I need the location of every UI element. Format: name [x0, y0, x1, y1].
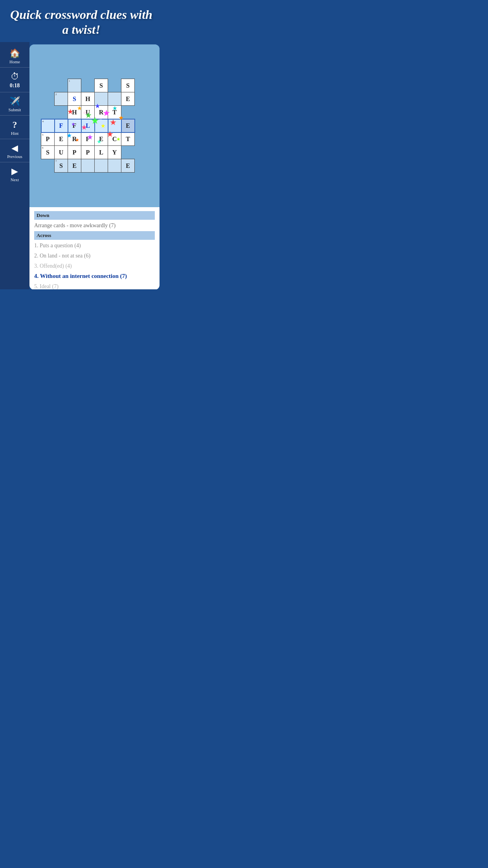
- grid-cell[interactable]: F: [81, 132, 95, 146]
- grid-cell[interactable]: E: [95, 132, 108, 146]
- grid-cell[interactable]: 1: [68, 79, 81, 92]
- grid-cell[interactable]: [81, 159, 95, 173]
- grid-cell[interactable]: C: [108, 132, 121, 146]
- clue-item-1[interactable]: 1. Puts a question (4): [34, 241, 155, 251]
- grid-row: 5P E R F E C T: [41, 132, 148, 146]
- grid-cell[interactable]: 6S: [41, 146, 55, 159]
- grid-cell[interactable]: 5P: [41, 132, 55, 146]
- timer-display: 0:18: [10, 83, 20, 89]
- grid-cell: [41, 92, 55, 106]
- grid-cell[interactable]: 2: [55, 92, 68, 106]
- sidebar-item-timer: ⏱ 0:18: [0, 68, 29, 92]
- grid-cell: [55, 106, 68, 119]
- grid-cell[interactable]: 7S: [55, 159, 68, 173]
- grid-cell[interactable]: E: [121, 119, 135, 132]
- clues-panel: Down Arrange cards - move awkwardly (7) …: [29, 207, 160, 289]
- grid-cell[interactable]: E: [121, 92, 135, 106]
- grid-cell[interactable]: H: [81, 92, 95, 106]
- grid-cell: [108, 79, 121, 92]
- page-title: Quick crossword clues with a twist!: [8, 7, 155, 37]
- crossword-grid: ★ ★ ★ ★ ★ ★ ★ ★ ★ ★ ★ ★ ★: [41, 79, 149, 173]
- sidebar-item-submit[interactable]: ✈️ Submit: [0, 93, 29, 116]
- hint-icon: ?: [13, 120, 17, 130]
- grid-cell[interactable]: T: [121, 132, 135, 146]
- grid-cell[interactable]: [95, 159, 108, 173]
- grid-cell[interactable]: E: [121, 159, 135, 173]
- grid-cell[interactable]: R: [68, 132, 81, 146]
- grid-cell: [81, 79, 95, 92]
- main-container: 🏠 Home ⏱ 0:18 ✈️ Submit ? Hint ◀ Previou…: [0, 42, 163, 289]
- grid-row: H U R T: [41, 106, 148, 119]
- grid-cell[interactable]: [108, 159, 121, 173]
- grid-cell[interactable]: L: [95, 146, 108, 159]
- grid-row: 1 S S: [41, 79, 148, 92]
- home-label: Home: [9, 59, 20, 64]
- grid-cell: [121, 106, 135, 119]
- clue-item-2[interactable]: 2. On land - not at sea (6): [34, 251, 155, 261]
- grid-cell[interactable]: L: [81, 119, 95, 132]
- grid-cell: [135, 132, 148, 146]
- grid-row: 7S E E: [41, 159, 148, 173]
- grid-cell: [135, 92, 148, 106]
- next-icon: ▶: [11, 166, 18, 177]
- grid-cell[interactable]: E: [68, 159, 81, 173]
- previous-icon: ◀: [11, 143, 18, 153]
- grid-row: 4 F F L E: [41, 119, 148, 132]
- grid-cell: [55, 79, 68, 92]
- grid-cell[interactable]: F: [55, 119, 68, 132]
- grid-cell: [121, 146, 135, 159]
- clue-item-4[interactable]: 4. Without an internet connection (7): [34, 271, 155, 281]
- grid-cell[interactable]: U: [81, 106, 95, 119]
- grid-cell[interactable]: H: [68, 106, 81, 119]
- grid-cell[interactable]: R: [95, 106, 108, 119]
- submit-icon: ✈️: [9, 96, 20, 107]
- clue-item-5[interactable]: 5. Ideal (7): [34, 281, 155, 289]
- grid-cell[interactable]: F: [68, 119, 81, 132]
- grid-cell[interactable]: P: [81, 146, 95, 159]
- grid-cell[interactable]: [95, 119, 108, 132]
- next-label: Next: [11, 177, 19, 182]
- grid-cell: [135, 106, 148, 119]
- grid-cell[interactable]: [108, 119, 121, 132]
- header: Quick crossword clues with a twist!: [0, 0, 163, 42]
- app-container: Quick crossword clues with a twist! 🏠 Ho…: [0, 0, 163, 289]
- sidebar-item-previous[interactable]: ◀ Previous: [0, 140, 29, 162]
- home-icon: 🏠: [9, 48, 20, 59]
- grid-row: 6S U P P L Y: [41, 146, 148, 159]
- grid-cell: [135, 79, 148, 92]
- grid-cell[interactable]: Y: [108, 146, 121, 159]
- grid-cell: [41, 79, 55, 92]
- grid-cell[interactable]: S: [68, 92, 81, 106]
- grid-table: 1 S S 2 S H: [41, 79, 149, 173]
- grid-cell: [135, 159, 148, 173]
- down-section-header: Down: [34, 211, 155, 220]
- grid-cell: [41, 106, 55, 119]
- grid-cell[interactable]: 4: [41, 119, 55, 132]
- sidebar: 🏠 Home ⏱ 0:18 ✈️ Submit ? Hint ◀ Previou…: [0, 42, 29, 289]
- grid-cell[interactable]: S: [95, 79, 108, 92]
- grid-cell[interactable]: E: [55, 132, 68, 146]
- across-section-header: Across: [34, 231, 155, 240]
- grid-cell[interactable]: P: [68, 146, 81, 159]
- timer-icon: ⏱: [11, 72, 19, 82]
- sidebar-item-home[interactable]: 🏠 Home: [0, 45, 29, 68]
- grid-area: ★ ★ ★ ★ ★ ★ ★ ★ ★ ★ ★ ★ ★: [29, 44, 160, 207]
- grid-row: 2 S H E: [41, 92, 148, 106]
- grid-cell: [135, 119, 148, 132]
- grid-cell[interactable]: [95, 92, 108, 106]
- previous-label: Previous: [7, 154, 22, 159]
- grid-cell: [41, 159, 55, 173]
- sidebar-item-hint[interactable]: ? Hint: [0, 116, 29, 139]
- submit-label: Submit: [9, 107, 21, 112]
- grid-cell[interactable]: U: [55, 146, 68, 159]
- sidebar-item-next[interactable]: ▶ Next: [0, 163, 29, 185]
- hint-label: Hint: [11, 131, 19, 136]
- grid-cell[interactable]: T: [108, 106, 121, 119]
- clue-item-3[interactable]: 3. Offend(ed) (4): [34, 261, 155, 271]
- grid-cell[interactable]: [108, 92, 121, 106]
- grid-cell: [135, 146, 148, 159]
- grid-cell[interactable]: S: [121, 79, 135, 92]
- game-panel: ★ ★ ★ ★ ★ ★ ★ ★ ★ ★ ★ ★ ★: [29, 44, 160, 289]
- down-clue: Arrange cards - move awkwardly (7): [34, 221, 155, 231]
